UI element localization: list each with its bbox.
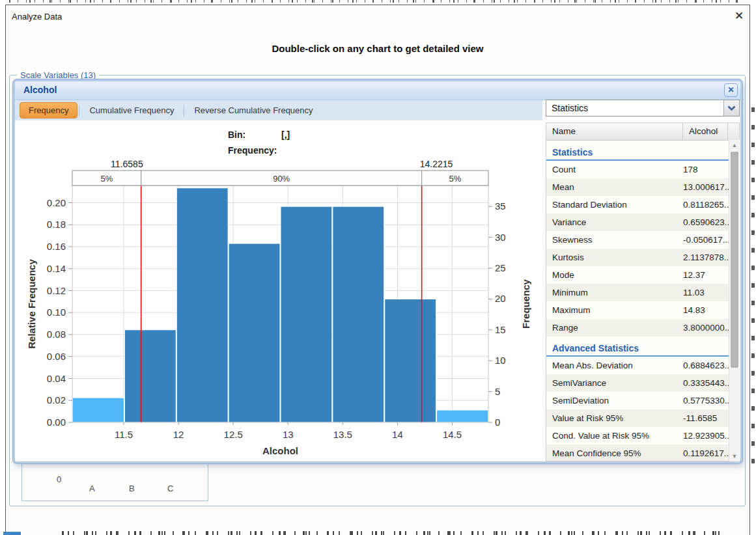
y-axis-tick-left: 0.08	[47, 329, 66, 340]
y-axis-tick-left: 0.20	[47, 197, 66, 208]
clipped-background-text-right	[751, 107, 755, 465]
scroll-up-icon[interactable]: ▲	[729, 140, 740, 150]
stat-name: Minimum	[546, 288, 683, 297]
stat-name: Variance	[546, 217, 683, 227]
fragment-category-b: B	[129, 484, 135, 493]
table-row[interactable]: Cond. Value at Risk 95%12.923905...	[546, 427, 739, 445]
stat-name: Mode	[546, 270, 683, 280]
band-segment-label: 5%	[100, 174, 113, 184]
table-row[interactable]: Value at Risk 95%-11.6585	[546, 409, 739, 427]
dropdown-button[interactable]	[723, 100, 739, 116]
x-axis-tick: 11.5	[115, 429, 133, 440]
y-axis-title-left: Relative Frequency	[26, 259, 37, 349]
alcohol-histogram[interactable]: 5%90%5%11.658514.22150.000.020.040.060.0…	[16, 121, 543, 461]
bin-readout-label: Bin:	[228, 130, 245, 140]
dropdown-selected-value: Statistics	[546, 103, 723, 113]
y-axis-tick-left: 0.04	[47, 373, 66, 384]
fragment-category-c: C	[167, 484, 173, 493]
background-chart-fragment: 0 A B C	[21, 458, 208, 501]
stat-name: Maximum	[546, 305, 683, 315]
tab-frequency[interactable]: Frequency	[20, 102, 77, 118]
panel-close-button[interactable]: ✕	[724, 83, 738, 97]
table-row[interactable]: Minimum11.03	[546, 284, 739, 301]
table-row[interactable]: Mean Confidence 95%0.1192617...	[546, 445, 739, 461]
chevron-down-icon	[727, 105, 736, 111]
scrollbar-thumb[interactable]	[731, 152, 738, 368]
panel-title: Alcohol	[23, 85, 57, 95]
histogram-bar[interactable]	[176, 188, 228, 422]
y-axis-tick-left: 0.18	[47, 219, 66, 230]
tab-reverse-cumulative-frequency[interactable]: Reverse Cumulative Frequency	[186, 103, 321, 118]
histogram-bar[interactable]	[333, 206, 384, 422]
fragment-y-tick: 0	[57, 474, 61, 484]
band-segment-label: 90%	[273, 174, 290, 184]
table-row[interactable]: Count178	[546, 161, 739, 178]
table-row[interactable]: Standard Deviation0.8118265...	[546, 196, 739, 213]
statistics-table-header: Name Alcohol	[546, 123, 739, 141]
y-axis-tick-right: 25	[495, 262, 506, 273]
band-segment-label: 5%	[449, 174, 461, 184]
x-axis-title: Alcohol	[262, 445, 298, 456]
histogram-bar[interactable]	[385, 299, 436, 422]
stat-name: Skewness	[546, 235, 683, 245]
close-icon: ✕	[727, 85, 734, 94]
table-row[interactable]: Skewness-0.050617...	[546, 231, 739, 249]
statistics-type-dropdown[interactable]: Statistics	[546, 100, 740, 117]
stat-name: Cond. Value at Risk 95%	[546, 431, 683, 441]
table-row[interactable]: SemiDeviation0.5775330...	[546, 392, 739, 409]
scale-variables-legend: Scale Variables (13)	[17, 70, 99, 80]
y-axis-tick-right: 0	[495, 417, 500, 428]
histogram-bar[interactable]	[124, 330, 176, 422]
stat-name: Value at Risk 95%	[546, 413, 683, 423]
stat-name: SemiDeviation	[546, 396, 683, 405]
stat-name: Kurtosis	[546, 253, 683, 262]
y-axis-tick-right: 20	[495, 293, 506, 304]
table-row[interactable]: Maximum14.83	[546, 301, 739, 319]
close-icon: ✕	[735, 10, 744, 22]
section-header-advanced-statistics: Advanced Statistics	[546, 336, 739, 357]
table-row[interactable]: Mean13.000617...	[546, 178, 739, 196]
histogram-bar[interactable]	[73, 398, 124, 422]
statistics-scrollbar[interactable]: ▲ ▼	[729, 140, 740, 461]
stat-name: Mean	[546, 182, 683, 192]
statistics-table-body: StatisticsCount178Mean13.000617...Standa…	[546, 141, 739, 461]
histogram-bar[interactable]	[437, 410, 488, 422]
chart-tab-bar: FrequencyCumulative FrequencyReverse Cum…	[15, 100, 542, 120]
histogram-bar[interactable]	[281, 206, 332, 422]
y-axis-tick-right: 5	[495, 386, 500, 397]
upper-threshold-label: 14.2215	[420, 159, 453, 169]
stat-name: SemiVariance	[546, 378, 683, 388]
x-axis-tick: 12	[173, 429, 184, 440]
table-row[interactable]: Kurtosis2.1137878...	[546, 249, 739, 266]
y-axis-tick-right: 10	[495, 355, 506, 366]
scroll-down-icon[interactable]: ▼	[729, 451, 740, 461]
stat-name: Mean Confidence 95%	[546, 448, 683, 458]
stat-name: Mean Abs. Deviation	[546, 361, 683, 370]
tab-cumulative-frequency[interactable]: Cumulative Frequency	[81, 103, 182, 118]
panel-header	[15, 81, 740, 100]
histogram-bar[interactable]	[229, 243, 280, 422]
y-axis-tick-right: 15	[495, 324, 506, 335]
stat-name: Standard Deviation	[546, 200, 683, 210]
tab-separator	[79, 105, 79, 117]
y-axis-tick-left: 0.16	[47, 241, 66, 252]
y-axis-tick-left: 0.06	[47, 351, 66, 362]
section-header-statistics: Statistics	[546, 141, 739, 161]
dialog-close-button[interactable]: ✕	[732, 9, 746, 23]
clipped-background-swatch	[3, 532, 21, 535]
screen: Analyze Data ✕ Double-click on any chart…	[0, 0, 756, 535]
stat-name: Count	[546, 165, 683, 174]
column-header-alcohol: Alcohol	[683, 123, 728, 140]
column-header-name: Name	[546, 123, 683, 140]
table-row[interactable]: Mode12.37	[546, 266, 739, 284]
table-row[interactable]: Variance0.6590623...	[546, 213, 739, 231]
table-row[interactable]: Range3.8000000...	[546, 319, 739, 336]
y-axis-tick-left: 0.00	[47, 417, 66, 428]
tab-separator	[184, 105, 184, 117]
bin-readout-value: [,]	[281, 130, 290, 140]
table-row[interactable]: SemiVariance0.3335443...	[546, 374, 739, 392]
fragment-category-a: A	[89, 484, 95, 493]
x-axis-tick: 12.5	[224, 429, 243, 440]
table-row[interactable]: Mean Abs. Deviation0.6884623...	[546, 357, 739, 374]
y-axis-tick-left: 0.14	[47, 263, 66, 274]
